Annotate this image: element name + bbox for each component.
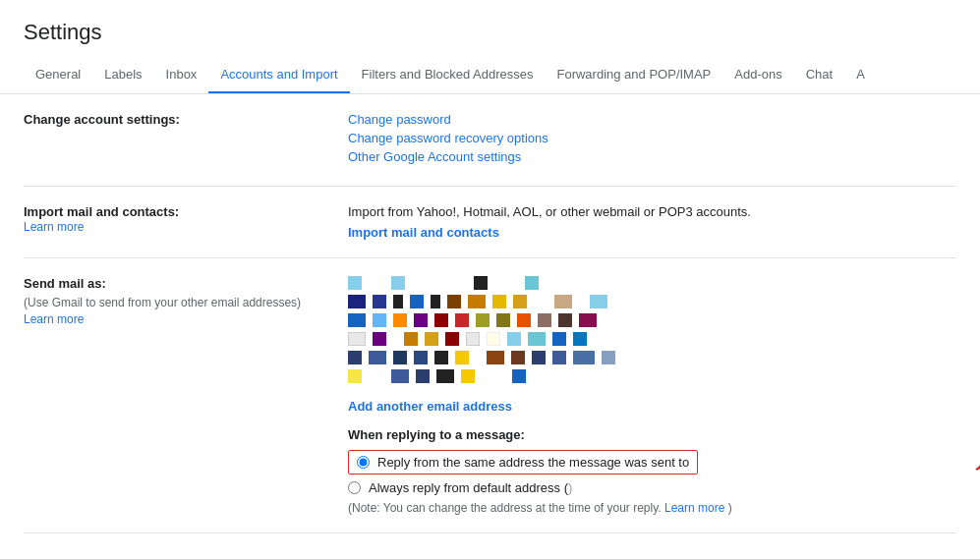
- reply-option-2-row: Always reply from default address ( ): [348, 480, 956, 495]
- color-block: [445, 332, 459, 346]
- email-avatars-grid: [348, 276, 956, 383]
- settings-content: Change account settings: Change password…: [0, 94, 980, 533]
- reply-note: (Note: You can change the address at the…: [348, 501, 956, 515]
- reply-option-1-row: Reply from the same address the message …: [348, 450, 956, 475]
- color-block: [416, 369, 430, 383]
- reply-note-learn-more[interactable]: Learn more: [664, 501, 724, 515]
- change-password-link[interactable]: Change password: [348, 112, 956, 127]
- color-block: [538, 313, 551, 327]
- reply-label: When replying to a message:: [348, 427, 956, 442]
- tab-add-ons[interactable]: Add-ons: [722, 57, 793, 94]
- color-block: [511, 351, 525, 364]
- color-block: [579, 313, 597, 327]
- avatar-row-3: [348, 313, 956, 327]
- color-block: [404, 332, 418, 346]
- send-mail-label-col: Send mail as: (Use Gmail to send from yo…: [24, 276, 348, 326]
- tab-chat[interactable]: Chat: [794, 57, 844, 94]
- reply-option-2-end: ): [568, 480, 572, 495]
- color-block: [348, 332, 366, 346]
- color-block: [391, 369, 409, 383]
- color-block: [492, 295, 506, 308]
- color-block: [391, 276, 405, 290]
- change-recovery-link[interactable]: Change password recovery options: [348, 131, 956, 145]
- color-block: [528, 332, 546, 346]
- avatar-row-2: [348, 295, 956, 308]
- color-block: [348, 295, 366, 308]
- color-block: [602, 351, 615, 364]
- tab-forwarding-pop[interactable]: Forwarding and POP/IMAP: [545, 57, 722, 94]
- color-block: [461, 369, 475, 383]
- color-block: [455, 313, 469, 327]
- color-block: [558, 313, 572, 327]
- color-block: [507, 332, 521, 346]
- tab-general[interactable]: General: [24, 57, 92, 94]
- color-block: [348, 369, 362, 383]
- import-mail-row: Import mail and contacts: Learn more Imp…: [24, 187, 956, 258]
- import-label: Import mail and contacts:: [24, 204, 179, 219]
- google-account-settings-link[interactable]: Other Google Account settings: [348, 149, 956, 164]
- avatar-row-4: [348, 332, 956, 346]
- color-block: [552, 332, 566, 346]
- color-block: [487, 351, 504, 364]
- reply-option-2-label: Always reply from default address (: [369, 480, 568, 495]
- add-email-link[interactable]: Add another email address: [348, 399, 956, 414]
- color-block: [476, 313, 490, 327]
- reply-option-1-highlight: Reply from the same address the message …: [348, 450, 698, 475]
- tab-labels[interactable]: Labels: [92, 57, 153, 94]
- note-text-content: (Note: You can change the address at the…: [348, 501, 662, 515]
- color-block: [373, 313, 386, 327]
- color-block: [373, 332, 386, 346]
- color-block: [573, 332, 587, 346]
- color-block: [552, 351, 566, 364]
- color-block: [517, 313, 531, 327]
- color-block: [373, 295, 386, 308]
- tab-more[interactable]: A: [844, 57, 877, 94]
- color-block: [434, 351, 448, 364]
- color-block: [554, 295, 572, 308]
- reply-option-1-label: Reply from the same address the message …: [377, 455, 689, 470]
- import-mail-contacts-link[interactable]: Import mail and contacts: [348, 225, 499, 240]
- tabs-navigation: General Labels Inbox Accounts and Import…: [0, 57, 980, 94]
- import-label-col: Import mail and contacts: Learn more: [24, 204, 348, 234]
- import-learn-more-link[interactable]: Learn more: [24, 220, 84, 234]
- change-account-row: Change account settings: Change password…: [24, 94, 956, 187]
- tab-filters-blocked[interactable]: Filters and Blocked Addresses: [350, 57, 546, 94]
- color-block: [348, 276, 362, 290]
- reply-section: When replying to a message: Reply from t…: [348, 427, 956, 515]
- color-block: [590, 295, 607, 308]
- color-block: [468, 295, 486, 308]
- tab-inbox[interactable]: Inbox: [154, 57, 209, 94]
- color-block: [369, 351, 386, 364]
- import-description: Import from Yahoo!, Hotmail, AOL, or oth…: [348, 204, 956, 219]
- change-account-label-col: Change account settings:: [24, 112, 348, 127]
- avatar-row-5: [348, 351, 956, 364]
- color-block: [512, 369, 526, 383]
- color-block: [393, 351, 407, 364]
- import-value-col: Import from Yahoo!, Hotmail, AOL, or oth…: [348, 204, 956, 240]
- color-block: [393, 295, 403, 308]
- color-block: [431, 295, 440, 308]
- color-block: [348, 313, 366, 327]
- color-block: [436, 369, 454, 383]
- color-block: [425, 332, 438, 346]
- send-mail-value-col: Add another email address When replying …: [348, 276, 956, 515]
- color-block: [525, 276, 539, 290]
- change-account-value-col: Change password Change password recovery…: [348, 112, 956, 168]
- color-block: [487, 332, 500, 346]
- color-block: [466, 332, 480, 346]
- color-block: [573, 351, 595, 364]
- color-block: [496, 313, 510, 327]
- color-block: [447, 295, 461, 308]
- color-block: [474, 276, 488, 290]
- reply-option-2-radio[interactable]: [348, 481, 361, 494]
- send-mail-learn-more-link[interactable]: Learn more: [24, 312, 84, 326]
- tab-accounts-import[interactable]: Accounts and Import: [208, 57, 349, 94]
- send-mail-sublabel: (Use Gmail to send from your other email…: [24, 295, 328, 311]
- color-block: [414, 313, 428, 327]
- note-end: ): [728, 501, 732, 515]
- reply-option-1-radio[interactable]: [357, 456, 370, 469]
- red-arrow-indicator: [947, 420, 980, 479]
- color-block: [348, 351, 362, 364]
- color-block: [455, 351, 469, 364]
- color-block: [393, 313, 407, 327]
